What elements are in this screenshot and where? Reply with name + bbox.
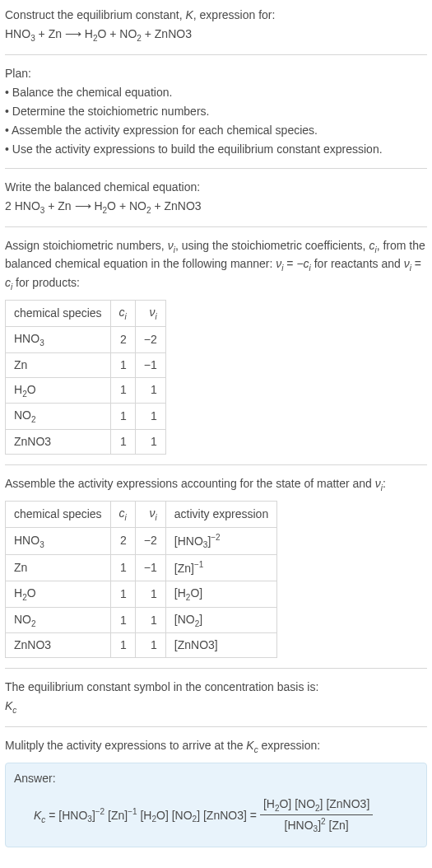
table-row: chemical species ci νi activity expressi… xyxy=(6,501,277,527)
cell-species: Zn xyxy=(6,352,111,377)
cell-species: Zn xyxy=(6,555,111,581)
cell-ci: 1 xyxy=(110,430,135,455)
divider xyxy=(5,54,427,55)
answer-equation: Kc = [HNO3]−2 [Zn]−1 [H2O] [NO2] [ZnNO3]… xyxy=(14,796,418,835)
cell-ci: 1 xyxy=(110,404,135,430)
col-vi: νi xyxy=(135,501,165,527)
cell-species: H2O xyxy=(6,377,111,404)
col-species: chemical species xyxy=(6,501,111,527)
multiply-text: Mulitply the activity expressions to arr… xyxy=(5,737,427,756)
table-row: NO2 1 1 [NO2] xyxy=(6,607,277,633)
cell-ci: 1 xyxy=(110,607,135,633)
cell-species: ZnNO3 xyxy=(6,430,111,455)
cell-vi: −2 xyxy=(135,326,165,352)
unbalanced-equation: HNO3 + Zn ⟶ H2O + NO2 + ZnNO3 xyxy=(5,26,427,44)
divider xyxy=(5,226,427,227)
cell-species: NO2 xyxy=(6,404,111,430)
table-row: Zn 1 −1 xyxy=(6,352,166,377)
cell-activity: [H2O] xyxy=(165,581,276,607)
answer-fraction: [H2O] [NO2] [ZnNO3] [HNO3]2 [Zn] xyxy=(260,796,373,835)
cell-activity: [HNO3]−2 xyxy=(165,527,276,554)
activity-table: chemical species ci νi activity expressi… xyxy=(5,501,277,659)
col-ci: ci xyxy=(110,501,135,527)
cell-ci: 1 xyxy=(110,352,135,377)
divider xyxy=(5,464,427,465)
cell-species: HNO3 xyxy=(6,527,111,554)
table-row: Zn 1 −1 [Zn]−1 xyxy=(6,555,277,581)
col-vi: νi xyxy=(135,300,165,326)
cell-species: ZnNO3 xyxy=(6,633,111,658)
cell-vi: 1 xyxy=(135,607,165,633)
table-row: ZnNO3 1 1 [ZnNO3] xyxy=(6,633,277,658)
col-ci: ci xyxy=(110,300,135,326)
col-species: chemical species xyxy=(6,300,111,326)
plan-item: • Determine the stoichiometric numbers. xyxy=(5,103,427,120)
cell-ci: 1 xyxy=(110,555,135,581)
fraction-numerator: [H2O] [NO2] [ZnNO3] xyxy=(260,796,373,815)
stoich-table: chemical species ci νi HNO3 2 −2 Zn 1 −1… xyxy=(5,300,166,455)
table-row: HNO3 2 −2 xyxy=(6,326,166,352)
cell-ci: 1 xyxy=(110,581,135,607)
answer-label: Answer: xyxy=(14,770,418,787)
cell-species: NO2 xyxy=(6,607,111,633)
cell-ci: 2 xyxy=(110,527,135,554)
cell-vi: 1 xyxy=(135,404,165,430)
balanced-heading: Write the balanced chemical equation: xyxy=(5,179,427,196)
table-row: NO2 1 1 xyxy=(6,404,166,430)
cell-activity: [ZnNO3] xyxy=(165,633,276,658)
table-row: H2O 1 1 xyxy=(6,377,166,404)
balanced-equation: 2 HNO3 + Zn ⟶ H2O + NO2 + ZnNO3 xyxy=(5,198,427,217)
assign-text: Assign stoichiometric numbers, νi, using… xyxy=(5,237,427,293)
plan-heading: Plan: xyxy=(5,65,427,82)
assemble-text: Assemble the activity expressions accoun… xyxy=(5,475,427,494)
cell-activity: [NO2] xyxy=(165,607,276,633)
cell-vi: −2 xyxy=(135,527,165,554)
divider xyxy=(5,668,427,669)
cell-activity: [Zn]−1 xyxy=(165,555,276,581)
cell-ci: 2 xyxy=(110,326,135,352)
cell-vi: −1 xyxy=(135,555,165,581)
plan-item: • Assemble the activity expression for e… xyxy=(5,122,427,139)
cell-vi: 1 xyxy=(135,377,165,404)
divider xyxy=(5,726,427,727)
plan-item: • Use the activity expressions to build … xyxy=(5,141,427,158)
cell-species: HNO3 xyxy=(6,326,111,352)
cell-ci: 1 xyxy=(110,377,135,404)
col-activity: activity expression xyxy=(165,501,276,527)
cell-vi: 1 xyxy=(135,581,165,607)
table-row: ZnNO3 1 1 xyxy=(6,430,166,455)
cell-vi: 1 xyxy=(135,430,165,455)
title-construct: Construct the equilibrium constant, K, e… xyxy=(5,7,427,24)
cell-vi: −1 xyxy=(135,352,165,377)
symbol-text: The equilibrium constant symbol in the c… xyxy=(5,679,427,696)
table-row: H2O 1 1 [H2O] xyxy=(6,581,277,607)
table-row: chemical species ci νi xyxy=(6,300,166,326)
cell-vi: 1 xyxy=(135,633,165,658)
fraction-denominator: [HNO3]2 [Zn] xyxy=(260,815,373,835)
cell-species: H2O xyxy=(6,581,111,607)
answer-lhs: Kc = [HNO3]−2 [Zn]−1 [H2O] [NO2] [ZnNO3]… xyxy=(34,805,257,825)
cell-ci: 1 xyxy=(110,633,135,658)
kc-symbol: Kc xyxy=(5,698,427,716)
divider xyxy=(5,168,427,169)
answer-box: Answer: Kc = [HNO3]−2 [Zn]−1 [H2O] [NO2]… xyxy=(5,763,427,847)
table-row: HNO3 2 −2 [HNO3]−2 xyxy=(6,527,277,554)
plan-item: • Balance the chemical equation. xyxy=(5,84,427,101)
